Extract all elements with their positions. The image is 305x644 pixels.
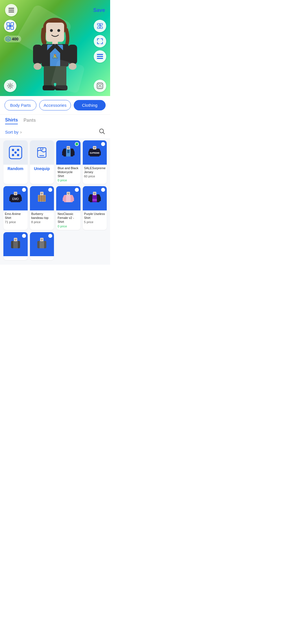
status-indicator xyxy=(75,188,79,192)
svg-point-47 xyxy=(17,154,19,156)
list-item-unequip[interactable]: Unequip xyxy=(30,140,54,184)
svg-rect-79 xyxy=(40,192,43,195)
sub-tab-shirts[interactable]: Shirts xyxy=(5,118,18,124)
settings-button[interactable] xyxy=(4,80,16,92)
item-name: Emo Anime Shirt xyxy=(5,212,26,220)
status-indicator xyxy=(48,234,52,238)
randomize-button-container xyxy=(94,80,106,92)
list-item-5[interactable]: NeoClassic Female v2 - Shirt 0 price xyxy=(56,186,80,230)
list-item-random[interactable]: Random xyxy=(3,140,28,184)
svg-point-48 xyxy=(14,151,17,154)
svg-point-44 xyxy=(12,149,14,151)
category-tab-body-parts[interactable]: Body Parts xyxy=(5,100,36,110)
list-view-button[interactable] xyxy=(94,50,106,63)
status-indicator xyxy=(101,142,105,146)
svg-point-68 xyxy=(15,193,15,193)
sort-by-label: Sort by xyxy=(5,130,19,134)
items-grid: Random Unequip xyxy=(0,138,110,265)
list-item-6[interactable]: Purple Useless Shirt 5 price xyxy=(83,186,107,230)
list-item-4[interactable]: Burberry bandeau top 8 price xyxy=(30,186,54,230)
svg-rect-99 xyxy=(40,241,44,248)
svg-rect-6 xyxy=(11,27,14,29)
svg-rect-12 xyxy=(97,27,100,29)
item-name: Purple Useless Shirt xyxy=(84,212,106,220)
status-indicator xyxy=(75,142,79,146)
svg-rect-90 xyxy=(93,192,96,195)
list-item-2[interactable]: SUPREME SALESurpreme Jersey 60 price xyxy=(83,140,107,184)
list-item-7[interactable] xyxy=(3,232,28,260)
robux-display: R$ 400 xyxy=(4,36,21,42)
svg-rect-32 xyxy=(43,85,55,90)
category-tab-clothing[interactable]: Clothing xyxy=(74,100,106,110)
item-name: SALESurpreme Jersey xyxy=(84,166,106,174)
menu-button[interactable] xyxy=(5,4,18,16)
item-price: 5 price xyxy=(84,220,106,224)
svg-rect-100 xyxy=(40,238,43,241)
svg-point-37 xyxy=(101,84,102,85)
svg-point-45 xyxy=(17,149,19,151)
svg-point-46 xyxy=(12,154,14,156)
top-bar: Save xyxy=(0,0,110,20)
svg-rect-61 xyxy=(93,146,96,149)
image-rotate-button[interactable] xyxy=(94,20,106,32)
character-selector-button[interactable] xyxy=(4,20,16,32)
randomize-button[interactable] xyxy=(94,80,106,92)
status-indicator xyxy=(22,234,26,238)
svg-point-7 xyxy=(9,25,11,27)
svg-rect-16 xyxy=(97,58,103,59)
svg-rect-11 xyxy=(100,23,103,25)
svg-point-69 xyxy=(16,193,16,193)
left-controls: R$ 400 xyxy=(4,20,21,42)
svg-point-57 xyxy=(69,147,69,148)
svg-rect-33 xyxy=(55,85,67,90)
svg-rect-3 xyxy=(7,23,10,25)
svg-rect-5 xyxy=(7,27,10,29)
svg-rect-94 xyxy=(13,241,18,248)
svg-point-80 xyxy=(41,193,42,193)
svg-point-86 xyxy=(69,193,69,193)
svg-rect-27 xyxy=(68,45,77,64)
category-tabs: Body Parts Accessories Clothing xyxy=(0,96,110,115)
svg-rect-84 xyxy=(67,192,70,195)
sub-tab-pants[interactable]: Pants xyxy=(23,118,36,124)
expand-button[interactable] xyxy=(94,35,106,47)
item-price: 71 price xyxy=(5,220,26,224)
svg-point-92 xyxy=(95,193,95,193)
svg-rect-83 xyxy=(66,195,71,202)
list-item-1[interactable]: Blue and Black Motorcycle Shirt 0 price xyxy=(56,140,80,184)
svg-point-19 xyxy=(50,29,53,32)
svg-text:🚴: 🚴 xyxy=(52,53,58,59)
svg-rect-18 xyxy=(46,23,64,42)
svg-point-63 xyxy=(95,147,95,148)
item-price: 0 price xyxy=(58,225,79,228)
status-indicator xyxy=(22,188,26,192)
svg-point-20 xyxy=(57,29,60,32)
svg-line-42 xyxy=(103,132,105,134)
search-button[interactable] xyxy=(99,128,105,136)
svg-point-40 xyxy=(99,85,101,86)
item-name: NeoClassic Female v2 - Shirt xyxy=(58,212,79,224)
category-tab-accessories[interactable]: Accessories xyxy=(39,100,71,110)
robux-amount: 400 xyxy=(12,37,18,41)
svg-point-102 xyxy=(42,239,43,239)
svg-point-38 xyxy=(98,86,99,88)
svg-rect-15 xyxy=(97,56,103,57)
svg-rect-55 xyxy=(67,146,70,149)
sort-by-button[interactable]: Sort by › xyxy=(5,130,22,135)
svg-rect-14 xyxy=(97,54,103,55)
svg-point-96 xyxy=(15,239,15,239)
save-button[interactable]: Save xyxy=(93,7,105,13)
avatar-figure: 🚴 xyxy=(27,14,83,93)
svg-rect-1 xyxy=(8,10,14,11)
svg-point-62 xyxy=(94,147,94,148)
svg-text:EMO: EMO xyxy=(12,197,19,201)
svg-point-97 xyxy=(16,239,16,239)
list-item-3[interactable]: EMO Emo Anime Shirt 71 price xyxy=(3,186,28,230)
avatar-section: Save R$ 400 xyxy=(0,0,110,96)
svg-rect-21 xyxy=(52,41,58,45)
svg-point-91 xyxy=(94,193,94,193)
list-item-8[interactable] xyxy=(30,232,54,260)
item-price: 8 price xyxy=(31,220,53,224)
svg-point-101 xyxy=(41,239,42,239)
svg-text:SUPREME: SUPREME xyxy=(90,152,100,154)
